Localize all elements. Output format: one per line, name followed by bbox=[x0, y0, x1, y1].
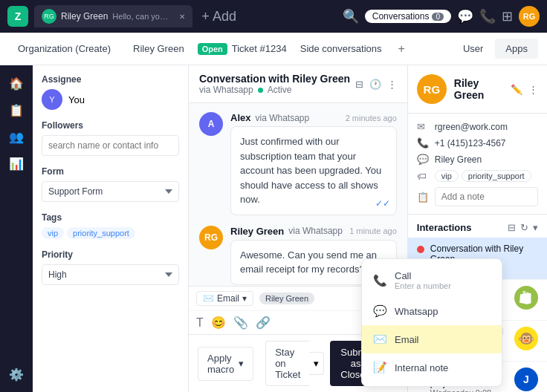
tag-priority-support[interactable]: priority_support bbox=[67, 227, 135, 239]
email-channel-selector[interactable]: ✉️ Email ▾ bbox=[196, 291, 253, 306]
contact-tag-priority[interactable]: priority_support bbox=[462, 170, 531, 182]
interactions-refresh-icon[interactable]: ↻ bbox=[520, 222, 528, 233]
nav-settings-icon[interactable]: ⚙️ bbox=[4, 362, 28, 386]
msg-name-riley: Riley Green bbox=[230, 226, 284, 237]
menu-item-whatsapp[interactable]: 💬 Whatsapp bbox=[362, 297, 502, 325]
priority-select[interactable]: High bbox=[42, 264, 179, 285]
msg-avatar-alex: A bbox=[199, 112, 223, 136]
menu-call-sub: Enter a number bbox=[395, 281, 451, 290]
followers-label: Followers bbox=[42, 120, 179, 131]
assignee-pill[interactable]: Riley Green bbox=[259, 293, 314, 304]
conversation-title: Conversation with Riley Green bbox=[199, 73, 350, 85]
middle-panel: Conversation with Riley Green via Whatsa… bbox=[189, 65, 408, 392]
contact-avatar: RG bbox=[417, 74, 447, 104]
menu-whatsapp-label: Whatsapp bbox=[395, 306, 438, 317]
contact-header: RG Riley Green ✏️ ⋮ bbox=[408, 65, 547, 114]
form-select[interactable]: Support Form bbox=[42, 181, 179, 202]
shopify-logo bbox=[514, 286, 538, 310]
channel-label: via Whatsapp bbox=[199, 85, 253, 95]
link-icon[interactable]: 🔗 bbox=[256, 316, 271, 330]
more-icon[interactable]: ⋮ bbox=[387, 79, 397, 90]
tab-org-create[interactable]: Organization (Create) bbox=[9, 39, 120, 59]
more-options-icon[interactable]: ⋮ bbox=[528, 84, 538, 95]
nav-reports-icon[interactable]: 📊 bbox=[4, 151, 28, 175]
tab-riley-green[interactable]: Riley Green bbox=[124, 39, 193, 59]
attach-icon[interactable]: 📎 bbox=[233, 316, 248, 330]
status-label: Active bbox=[268, 85, 292, 95]
grid-icon[interactable]: ⊞ bbox=[502, 8, 513, 24]
phone-row: 📞 +1 (415)123-4567 bbox=[417, 137, 538, 148]
tag-vip[interactable]: vip bbox=[42, 227, 64, 239]
tags-row-right: 🏷 vip priority_support bbox=[417, 170, 538, 182]
priority-label: Priority bbox=[42, 249, 179, 260]
assignee-name: You bbox=[68, 94, 85, 105]
left-panel: Assignee Y You Followers Form Support Fo… bbox=[33, 65, 189, 392]
tab-user[interactable]: User bbox=[453, 39, 493, 59]
assignee-row: Y You bbox=[42, 89, 179, 110]
msg-name-alex: Alex bbox=[230, 112, 250, 123]
contact-email: rgreen@work.com bbox=[435, 122, 508, 132]
msg-bubble-alex: Just confirmed with our subscription tea… bbox=[230, 126, 397, 215]
search-icon[interactable]: 🔍 bbox=[343, 8, 359, 24]
tab-apps[interactable]: Apps bbox=[495, 39, 538, 59]
conversations-count: 0 bbox=[432, 13, 444, 21]
email-label: Email bbox=[217, 293, 239, 304]
menu-item-internal-note[interactable]: 📝 Internal note bbox=[362, 353, 502, 382]
conversation-header: Conversation with Riley Green via Whatsa… bbox=[189, 65, 407, 103]
emoji-icon[interactable]: 😊 bbox=[211, 316, 226, 330]
phone-icon[interactable]: 📞 bbox=[479, 8, 496, 24]
apply-macro-button[interactable]: Apply macro ▾ bbox=[198, 347, 253, 381]
active-tab[interactable]: RG Riley Green Hello, can you help me? ✕ bbox=[34, 5, 192, 27]
stay-on-ticket-button[interactable]: Stay on Ticket bbox=[265, 341, 309, 386]
tab-side-conversations[interactable]: Side conversations bbox=[291, 39, 391, 59]
interactions-filter-icon[interactable]: ⊟ bbox=[508, 222, 516, 233]
tab-avatar: RG bbox=[42, 9, 56, 24]
message-alex: A Alex via Whatsapp 2 minutes ago Just c… bbox=[199, 112, 397, 215]
stay-chevron-button[interactable]: ▾ bbox=[309, 352, 324, 375]
note-input[interactable] bbox=[435, 187, 538, 206]
channel-menu: 📞 Call Enter a number 💬 Whatsapp ✉️ Emai… bbox=[361, 258, 502, 387]
contact-tag-vip[interactable]: vip bbox=[435, 170, 459, 182]
menu-note-label: Internal note bbox=[395, 362, 448, 373]
status-badge-open: Open bbox=[198, 43, 227, 55]
sidebar-navigation: 🏠 📋 👥 📊 ⚙️ bbox=[0, 65, 33, 392]
filter-icon[interactable]: ⊟ bbox=[355, 79, 363, 90]
nav-home-icon[interactable]: 🏠 bbox=[4, 71, 28, 95]
tag-info-icon: 🏷 bbox=[417, 171, 429, 182]
text-format-icon[interactable]: T bbox=[196, 316, 204, 330]
contact-phone: +1 (415)123-4567 bbox=[435, 138, 506, 148]
assignee-avatar: Y bbox=[42, 89, 62, 110]
nav-contacts-icon[interactable]: 👥 bbox=[4, 125, 28, 148]
msg-text-riley: Awesome. Can you send me an email receip… bbox=[240, 249, 377, 275]
user-avatar[interactable]: RG bbox=[519, 6, 540, 27]
conversations-badge[interactable]: Conversations 0 bbox=[365, 10, 451, 23]
msg-time-alex: 2 minutes ago bbox=[346, 114, 397, 122]
active-indicator bbox=[258, 88, 263, 93]
menu-item-call[interactable]: 📞 Call Enter a number bbox=[362, 264, 502, 297]
msg-channel-alex: via Whatsapp bbox=[255, 113, 309, 123]
menu-item-email[interactable]: ✉️ Email bbox=[362, 325, 502, 353]
whatsapp-info-icon: 💬 bbox=[417, 154, 429, 165]
macro-label: Apply macro bbox=[207, 353, 234, 375]
assignee-pill-name: Riley Green bbox=[265, 294, 308, 303]
add-tab-icon[interactable]: + bbox=[398, 42, 405, 56]
edit-icon[interactable]: ✏️ bbox=[511, 84, 522, 95]
msg-tick-alex: ✓✓ bbox=[375, 197, 390, 210]
add-tab-button[interactable]: + Add bbox=[198, 9, 239, 24]
menu-call-label: Call bbox=[395, 270, 451, 281]
contact-name: Riley Green bbox=[454, 77, 503, 101]
tab-close-icon[interactable]: ✕ bbox=[179, 13, 185, 21]
tab-hint: Hello, can you help me? bbox=[112, 12, 172, 21]
ticket-id: Ticket #1234 bbox=[232, 43, 287, 54]
conversations-label: Conversations bbox=[372, 11, 430, 22]
interactions-header: Interactions ⊟ ↻ ▾ bbox=[408, 215, 547, 238]
brand-logo: Z bbox=[7, 6, 28, 27]
msg-content-alex: Alex via Whatsapp 2 minutes ago Just con… bbox=[230, 112, 397, 215]
nav-ticket-icon[interactable]: 📋 bbox=[4, 98, 28, 122]
followers-input[interactable] bbox=[42, 135, 179, 156]
history-icon[interactable]: 🕐 bbox=[369, 79, 381, 90]
mailchimp-logo: 🐵 bbox=[514, 327, 538, 350]
chat-icon[interactable]: 💬 bbox=[457, 8, 473, 24]
interactions-chevron-icon[interactable]: ▾ bbox=[533, 222, 538, 233]
stay-on-ticket-group: Stay on Ticket ▾ bbox=[265, 341, 324, 386]
